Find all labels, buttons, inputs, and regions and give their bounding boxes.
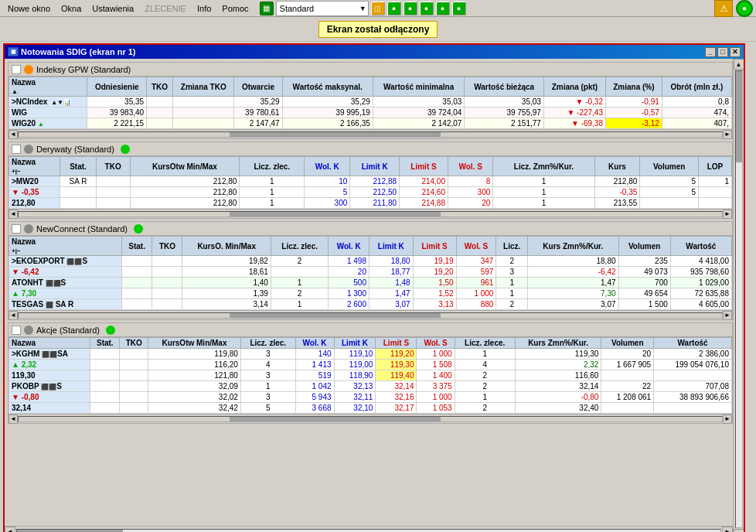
indeksy-scrollbar-h[interactable]: ◄ ► <box>9 129 732 138</box>
th-wartosc: Wartość <box>670 237 731 256</box>
th-wol-k: Wol. K <box>329 237 369 256</box>
section-akcje: Akcje (Standard) Nazwa Stat. TKO <box>8 322 733 424</box>
th-wol-s: Wol. S <box>448 157 492 176</box>
cell-nazwa: ▼ -6,42 <box>9 267 122 278</box>
newconnect-scrollbar-h[interactable]: ◄ ► <box>9 310 732 319</box>
newconnect-table: Nazwa +|− Stat. TKO KursO. Min/Max Licz.… <box>9 236 732 310</box>
cell-biezaca: 2 151,77 <box>465 118 543 129</box>
scroll-left-btn[interactable]: ◄ <box>9 210 18 219</box>
table-row: WIG20 ▲ 2 221,15 2 147,47 2 166,35 2 142… <box>9 118 732 129</box>
section-derywaty-header: Derywaty (Standard) <box>9 142 732 156</box>
th-limit-s: Limit S <box>400 157 448 176</box>
cell-vol <box>601 403 654 414</box>
akcje-scrollbar-h[interactable]: ◄ ► <box>9 414 732 423</box>
cell-limit-s: 32,14 <box>376 381 417 392</box>
cell-lop: 1 <box>698 176 731 187</box>
profile-select[interactable]: Standard ▼ <box>276 1 369 16</box>
cell-kurs2: 18,80 <box>527 256 618 267</box>
cell-lop <box>698 187 731 198</box>
main-window: ▦ Notowania SDIG (ekran nr 1) _ □ ✕ ▲ ▼ <box>3 43 745 532</box>
cell-limit-k: 18,77 <box>369 267 413 278</box>
scroll-thumb[interactable] <box>230 132 441 137</box>
th-tko: TKO <box>152 237 182 256</box>
th-vol: Volumen <box>640 157 699 176</box>
cell-nazwa: WIG20 ▲ <box>9 118 87 129</box>
scroll-right-btn[interactable]: ► <box>723 130 732 139</box>
dropdown-arrow-icon[interactable]: ▼ <box>359 5 366 12</box>
scroll-left-btn[interactable]: ◄ <box>5 527 15 533</box>
scroll-right-btn[interactable]: ► <box>722 527 733 533</box>
toolbar-btn-2[interactable]: ● <box>387 2 401 15</box>
th-kurs: Kurs <box>594 157 640 176</box>
toolbar-btn-4[interactable]: ● <box>420 2 434 15</box>
th-kurs: KursO. Min/Max <box>182 237 271 256</box>
cell-vol <box>601 370 654 381</box>
scroll-right-btn[interactable]: ► <box>723 210 732 219</box>
scroll-thumb[interactable] <box>230 417 441 421</box>
scroll-right-btn[interactable]: ► <box>723 414 732 424</box>
cell-odniesienie: 35,35 <box>87 97 147 107</box>
window-minimize-btn[interactable]: _ <box>705 47 716 57</box>
cell-limit-s: 214,60 <box>400 187 448 198</box>
derywaty-scrollbar-h[interactable]: ◄ ► <box>9 209 732 218</box>
scroll-thumb[interactable] <box>230 313 441 318</box>
scroll-left-btn[interactable]: ◄ <box>9 130 18 139</box>
cell-stat <box>121 288 152 299</box>
scroll-up-btn[interactable]: ▲ <box>734 59 744 70</box>
cell-wartosc: 199 054 076,10 <box>654 360 732 370</box>
cell-licz2: 1 <box>455 392 515 403</box>
cell-kursotw: 32,02 <box>148 392 241 403</box>
window-controls: _ □ ✕ <box>705 47 741 57</box>
section-indeksy-content: Nazwa ▲ Odniesienie TKO Zmiana TKO Otwar… <box>9 77 732 129</box>
section-akcje-title: Akcje (Standard) <box>36 326 100 335</box>
power-button[interactable]: ● <box>736 0 753 17</box>
cell-kursotw: 32,09 <box>148 381 241 392</box>
scroll-thumb-h[interactable] <box>17 530 123 533</box>
scroll-left-btn[interactable]: ◄ <box>9 311 18 320</box>
cell-limit-s: 119,30 <box>376 360 417 370</box>
toolbar-btn-1[interactable]: ◫ <box>371 2 385 15</box>
toolbar-btn-6[interactable]: ● <box>452 2 466 15</box>
section-newconnect-checkbox[interactable] <box>12 224 21 234</box>
scroll-right-btn[interactable]: ► <box>723 311 732 320</box>
scroll-thumb[interactable] <box>230 212 441 217</box>
cell-nazwa: 32,14 <box>9 403 90 414</box>
menu-ustawienia[interactable]: Ustawienia <box>87 2 138 15</box>
th-maks: Wartość maksynal. <box>282 77 373 97</box>
akcje-table: Nazwa Stat. TKO KursOtw Min/Max Licz. zl… <box>9 337 732 414</box>
window-maximize-btn[interactable]: □ <box>717 47 728 57</box>
cell-nazwa: ▲ 7,30 <box>9 288 122 299</box>
cell-licz2: 1 <box>496 288 528 299</box>
toolbar-btn-5[interactable]: ● <box>436 2 450 15</box>
window-close-btn[interactable]: ✕ <box>730 47 741 57</box>
section-derywaty-checkbox[interactable] <box>12 145 21 154</box>
scroll-thumb-v[interactable] <box>736 71 742 162</box>
scroll-left-btn[interactable]: ◄ <box>9 414 18 424</box>
menu-nowe-okno[interactable]: Nowe okno <box>3 2 55 15</box>
main-scrollbar-v[interactable]: ▲ ▼ <box>733 59 744 532</box>
menu-info[interactable]: Info <box>192 2 216 15</box>
th-kurs2: Kurs Zmn%/Kur. <box>515 338 601 349</box>
cell-zmiana-pct: -0,57 <box>606 107 662 118</box>
th-stat: Stat. <box>60 157 96 176</box>
section-akcje-checkbox[interactable] <box>12 326 21 335</box>
section-indeksy-checkbox[interactable] <box>12 65 21 74</box>
menu-okna[interactable]: Okna <box>56 2 86 15</box>
cell-kurs: 19,82 <box>182 256 271 267</box>
cell-stat <box>121 267 152 278</box>
th-licz2: Licz. <box>496 237 528 256</box>
cell-stat <box>90 392 120 403</box>
cell-wol-s: 1 053 <box>417 403 455 414</box>
scroll-down-btn[interactable]: ▼ <box>734 529 744 532</box>
toolbar-btn-3[interactable]: ● <box>404 2 417 15</box>
cell-licz: 1 <box>271 278 328 288</box>
table-row: ▼ -6,42 18,61 20 18,77 19,20 597 <box>9 267 732 278</box>
section-indeksy-header: Indeksy GPW (Standard) <box>9 63 732 77</box>
alert-button[interactable]: ⚠ <box>714 0 733 17</box>
menu-zlecenie[interactable]: ZLECENIE <box>140 2 191 15</box>
cell-stat <box>90 381 120 392</box>
menu-pomoc[interactable]: Pomoc <box>217 2 253 15</box>
cell-biezaca: 35,03 <box>465 97 543 107</box>
cell-nazwa: 119,30 <box>9 370 90 381</box>
main-scrollbar-h[interactable]: ◄ ► <box>5 526 733 532</box>
